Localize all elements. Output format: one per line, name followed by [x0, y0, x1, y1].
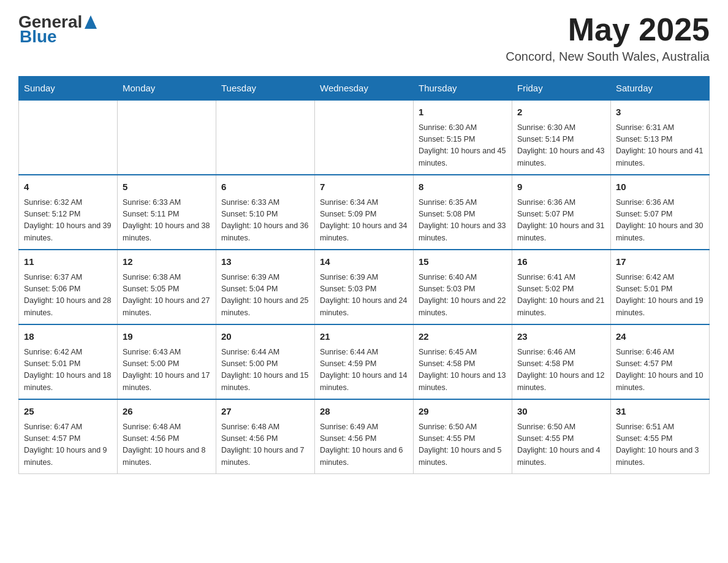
page-header: General Blue May 2025 Concord, New South… — [18, 12, 710, 64]
day-number: 19 — [123, 330, 211, 344]
column-header-tuesday: Tuesday — [216, 77, 315, 101]
day-info: Sunrise: 6:46 AMSunset: 4:58 PMDaylight:… — [517, 347, 605, 394]
calendar-cell: 13Sunrise: 6:39 AMSunset: 5:04 PMDayligh… — [216, 250, 315, 324]
calendar-cell — [19, 100, 118, 175]
calendar-cell: 3Sunrise: 6:31 AMSunset: 5:13 PMDaylight… — [611, 100, 710, 175]
day-number: 20 — [221, 330, 309, 344]
day-info: Sunrise: 6:33 AMSunset: 5:10 PMDaylight:… — [221, 197, 309, 245]
day-info: Sunrise: 6:48 AMSunset: 4:56 PMDaylight:… — [123, 421, 211, 469]
month-year-title: May 2025 — [506, 12, 710, 47]
calendar-cell: 6Sunrise: 6:33 AMSunset: 5:10 PMDaylight… — [216, 175, 315, 250]
calendar-cell: 5Sunrise: 6:33 AMSunset: 5:11 PMDaylight… — [118, 175, 216, 250]
calendar-cell: 27Sunrise: 6:48 AMSunset: 4:56 PMDayligh… — [216, 399, 315, 474]
day-info: Sunrise: 6:40 AMSunset: 5:03 PMDaylight:… — [419, 272, 507, 320]
calendar-cell: 29Sunrise: 6:50 AMSunset: 4:55 PMDayligh… — [414, 399, 512, 474]
day-info: Sunrise: 6:30 AMSunset: 5:15 PMDaylight:… — [419, 122, 507, 170]
day-number: 29 — [419, 405, 507, 419]
calendar-cell: 31Sunrise: 6:51 AMSunset: 4:55 PMDayligh… — [611, 399, 710, 474]
day-info: Sunrise: 6:33 AMSunset: 5:11 PMDaylight:… — [123, 197, 211, 245]
calendar-table: SundayMondayTuesdayWednesdayThursdayFrid… — [18, 76, 710, 474]
day-info: Sunrise: 6:43 AMSunset: 5:00 PMDaylight:… — [123, 347, 211, 394]
day-number: 9 — [517, 180, 605, 194]
day-number: 5 — [123, 180, 211, 194]
calendar-cell: 7Sunrise: 6:34 AMSunset: 5:09 PMDaylight… — [315, 175, 414, 250]
calendar-cell: 30Sunrise: 6:50 AMSunset: 4:55 PMDayligh… — [512, 399, 611, 474]
day-info: Sunrise: 6:36 AMSunset: 5:07 PMDaylight:… — [517, 197, 605, 245]
day-info: Sunrise: 6:39 AMSunset: 5:04 PMDaylight:… — [221, 272, 309, 320]
week-row-4: 18Sunrise: 6:42 AMSunset: 5:01 PMDayligh… — [19, 324, 710, 399]
calendar-cell: 23Sunrise: 6:46 AMSunset: 4:58 PMDayligh… — [512, 324, 611, 399]
day-info: Sunrise: 6:51 AMSunset: 4:55 PMDaylight:… — [616, 421, 704, 469]
calendar-cell: 9Sunrise: 6:36 AMSunset: 5:07 PMDaylight… — [512, 175, 611, 250]
day-info: Sunrise: 6:50 AMSunset: 4:55 PMDaylight:… — [419, 421, 507, 469]
svg-marker-0 — [85, 15, 97, 29]
day-number: 27 — [221, 405, 309, 419]
calendar-cell: 19Sunrise: 6:43 AMSunset: 5:00 PMDayligh… — [118, 324, 216, 399]
day-info: Sunrise: 6:44 AMSunset: 4:59 PMDaylight:… — [320, 347, 408, 394]
calendar-cell: 16Sunrise: 6:41 AMSunset: 5:02 PMDayligh… — [512, 250, 611, 324]
column-header-monday: Monday — [118, 77, 216, 101]
column-header-wednesday: Wednesday — [315, 77, 414, 101]
day-number: 6 — [221, 180, 309, 194]
day-number: 4 — [24, 180, 112, 194]
day-info: Sunrise: 6:42 AMSunset: 5:01 PMDaylight:… — [616, 272, 704, 320]
day-number: 16 — [517, 255, 605, 269]
day-number: 1 — [419, 105, 507, 120]
column-header-friday: Friday — [512, 77, 611, 101]
calendar-cell: 2Sunrise: 6:30 AMSunset: 5:14 PMDaylight… — [512, 100, 611, 175]
day-number: 10 — [616, 180, 704, 194]
day-number: 30 — [517, 405, 605, 419]
day-number: 12 — [123, 255, 211, 269]
day-number: 22 — [419, 330, 507, 344]
day-info: Sunrise: 6:50 AMSunset: 4:55 PMDaylight:… — [517, 421, 605, 469]
day-info: Sunrise: 6:49 AMSunset: 4:56 PMDaylight:… — [320, 421, 408, 469]
calendar-cell — [315, 100, 414, 175]
calendar-cell: 14Sunrise: 6:39 AMSunset: 5:03 PMDayligh… — [315, 250, 414, 324]
day-info: Sunrise: 6:38 AMSunset: 5:05 PMDaylight:… — [123, 272, 211, 320]
title-block: May 2025 Concord, New South Wales, Austr… — [506, 12, 710, 64]
calendar-cell: 26Sunrise: 6:48 AMSunset: 4:56 PMDayligh… — [118, 399, 216, 474]
day-info: Sunrise: 6:44 AMSunset: 5:00 PMDaylight:… — [221, 347, 309, 394]
day-info: Sunrise: 6:31 AMSunset: 5:13 PMDaylight:… — [616, 122, 704, 170]
day-number: 24 — [616, 330, 704, 344]
day-info: Sunrise: 6:30 AMSunset: 5:14 PMDaylight:… — [517, 122, 605, 170]
day-number: 3 — [616, 105, 704, 120]
day-info: Sunrise: 6:32 AMSunset: 5:12 PMDaylight:… — [24, 197, 112, 245]
calendar-cell: 24Sunrise: 6:46 AMSunset: 4:57 PMDayligh… — [611, 324, 710, 399]
calendar-cell: 10Sunrise: 6:36 AMSunset: 5:07 PMDayligh… — [611, 175, 710, 250]
day-info: Sunrise: 6:34 AMSunset: 5:09 PMDaylight:… — [320, 197, 408, 245]
day-info: Sunrise: 6:36 AMSunset: 5:07 PMDaylight:… — [616, 197, 704, 245]
week-row-1: 1Sunrise: 6:30 AMSunset: 5:15 PMDaylight… — [19, 100, 710, 175]
week-row-2: 4Sunrise: 6:32 AMSunset: 5:12 PMDaylight… — [19, 175, 710, 250]
day-info: Sunrise: 6:42 AMSunset: 5:01 PMDaylight:… — [24, 347, 112, 394]
calendar-cell: 12Sunrise: 6:38 AMSunset: 5:05 PMDayligh… — [118, 250, 216, 324]
day-number: 7 — [320, 180, 408, 194]
day-number: 17 — [616, 255, 704, 269]
day-number: 25 — [24, 405, 112, 419]
day-number: 8 — [419, 180, 507, 194]
logo-blue-text: Blue — [20, 27, 57, 47]
day-number: 14 — [320, 255, 408, 269]
calendar-cell: 15Sunrise: 6:40 AMSunset: 5:03 PMDayligh… — [414, 250, 512, 324]
day-number: 2 — [517, 105, 605, 120]
calendar-cell: 22Sunrise: 6:45 AMSunset: 4:58 PMDayligh… — [414, 324, 512, 399]
column-header-saturday: Saturday — [611, 77, 710, 101]
calendar-cell: 11Sunrise: 6:37 AMSunset: 5:06 PMDayligh… — [19, 250, 118, 324]
logo: General Blue — [18, 12, 97, 47]
calendar-cell: 8Sunrise: 6:35 AMSunset: 5:08 PMDaylight… — [414, 175, 512, 250]
day-info: Sunrise: 6:37 AMSunset: 5:06 PMDaylight:… — [24, 272, 112, 320]
day-info: Sunrise: 6:41 AMSunset: 5:02 PMDaylight:… — [517, 272, 605, 320]
column-header-sunday: Sunday — [19, 77, 118, 101]
calendar-cell: 21Sunrise: 6:44 AMSunset: 4:59 PMDayligh… — [315, 324, 414, 399]
day-number: 13 — [221, 255, 309, 269]
calendar-cell: 18Sunrise: 6:42 AMSunset: 5:01 PMDayligh… — [19, 324, 118, 399]
day-number: 31 — [616, 405, 704, 419]
day-info: Sunrise: 6:46 AMSunset: 4:57 PMDaylight:… — [616, 347, 704, 394]
logo-triangle-icon — [85, 15, 97, 29]
day-info: Sunrise: 6:39 AMSunset: 5:03 PMDaylight:… — [320, 272, 408, 320]
day-number: 15 — [419, 255, 507, 269]
calendar-cell: 4Sunrise: 6:32 AMSunset: 5:12 PMDaylight… — [19, 175, 118, 250]
location-subtitle: Concord, New South Wales, Australia — [506, 50, 710, 64]
day-number: 21 — [320, 330, 408, 344]
calendar-header-row: SundayMondayTuesdayWednesdayThursdayFrid… — [19, 77, 710, 101]
